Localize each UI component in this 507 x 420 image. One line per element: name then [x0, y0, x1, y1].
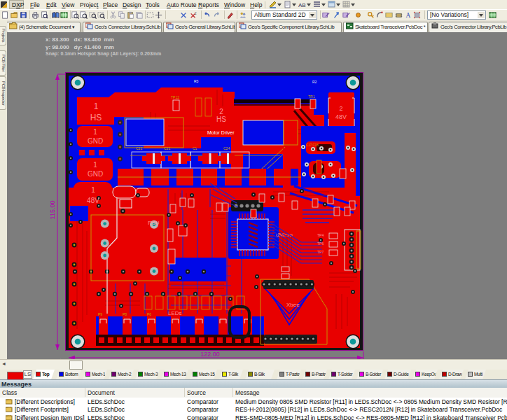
svg-text:48V: 48V [87, 197, 99, 204]
svg-text:115.00: 115.00 [49, 201, 56, 220]
svg-text:TP4: TP4 [317, 233, 324, 237]
svg-text:48V: 48V [335, 113, 347, 120]
svg-text:TP12: TP12 [171, 95, 179, 99]
svg-text:C22: C22 [164, 146, 170, 150]
svg-text:P9: P9 [98, 312, 102, 316]
svg-text:HS: HS [216, 115, 226, 123]
svg-text:2: 2 [195, 11, 197, 15]
svg-text:2: 2 [339, 105, 342, 112]
svg-text:A: A [406, 12, 411, 19]
svg-text:R3: R3 [194, 79, 199, 83]
svg-text:TR1: TR1 [308, 94, 315, 99]
svg-text:Motor Driver: Motor Driver [207, 130, 235, 135]
svg-text:Xbee: Xbee [286, 302, 300, 308]
svg-text:PSU: PSU [148, 220, 160, 226]
svg-text:LEDs: LEDs [168, 310, 182, 316]
svg-text:R2: R2 [312, 80, 317, 84]
svg-text:GND: GND [88, 170, 103, 178]
svg-text:1: 1 [93, 128, 97, 136]
svg-text:P8: P8 [123, 312, 127, 316]
svg-text:TP7: TP7 [317, 250, 324, 254]
svg-text:1: 1 [91, 186, 95, 194]
svg-text:P6: P6 [147, 312, 151, 316]
svg-text:C1: C1 [193, 146, 197, 150]
svg-text:2: 2 [219, 108, 223, 115]
svg-text:AB: AB [298, 2, 306, 8]
svg-text:1: 1 [93, 161, 97, 169]
svg-text:C24: C24 [223, 146, 230, 150]
svg-text:122.00: 122.00 [200, 351, 220, 358]
svg-text:C17 C18: C17 C18 [306, 144, 319, 147]
svg-text:TP6: TP6 [317, 241, 324, 246]
svg-text:1: 1 [94, 102, 99, 111]
svg-text:GND: GND [88, 137, 103, 145]
svg-text:C22: C22 [136, 146, 142, 150]
svg-text:HS: HS [90, 113, 102, 122]
